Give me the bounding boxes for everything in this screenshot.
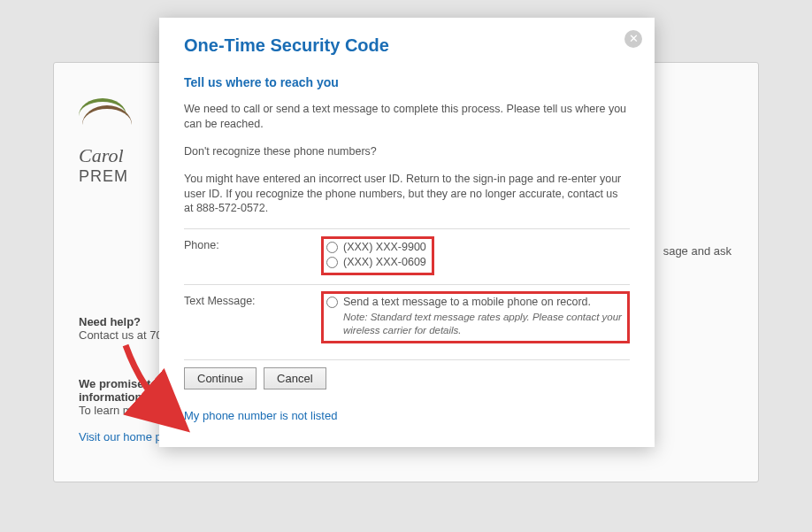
text-note: Note: Standard text message rates apply.… bbox=[343, 311, 622, 337]
partial-message-text: sage and ask bbox=[663, 244, 732, 258]
phone-option-0: (XXX) XXX-9900 bbox=[343, 241, 426, 253]
divider bbox=[184, 284, 630, 285]
logo-swoosh-icon bbox=[79, 98, 132, 123]
continue-button[interactable]: Continue bbox=[184, 367, 257, 389]
not-listed-link[interactable]: My phone number is not listed bbox=[184, 409, 337, 422]
unrecognized-text: Don't recognize these phone numbers? bbox=[184, 144, 630, 159]
phone-highlight-box: (XXX) XXX-9900 (XXX) XXX-0609 bbox=[321, 236, 434, 275]
text-highlight-box: Send a text message to a mobile phone on… bbox=[321, 291, 630, 343]
text-row: Text Message: Send a text message to a m… bbox=[184, 292, 630, 343]
phone-label: Phone: bbox=[184, 236, 321, 251]
close-icon[interactable]: ✕ bbox=[624, 30, 642, 48]
phone-radio-1[interactable] bbox=[326, 257, 338, 268]
privacy-line3: To learn more, ple bbox=[79, 404, 171, 417]
divider bbox=[184, 228, 630, 229]
phone-row: Phone: (XXX) XXX-9900 (XXX) XXX-0609 bbox=[184, 236, 630, 275]
security-code-modal: ✕ One-Time Security Code Tell us where t… bbox=[159, 18, 655, 447]
logo-text-1: Carol bbox=[79, 144, 132, 167]
modal-subtitle: Tell us where to reach you bbox=[184, 75, 630, 89]
logo-text-2: PREM bbox=[79, 167, 132, 186]
phone-option-1: (XXX) XXX-0609 bbox=[343, 256, 426, 268]
brand-logo: Carol PREM bbox=[79, 98, 132, 186]
text-label: Text Message: bbox=[184, 292, 321, 307]
advice-text: You might have entered an incorrect user… bbox=[184, 172, 630, 217]
phone-radio-0[interactable] bbox=[326, 242, 338, 253]
modal-intro-text: We need to call or send a text message t… bbox=[184, 102, 630, 132]
text-radio[interactable] bbox=[326, 297, 338, 308]
divider bbox=[184, 359, 630, 360]
modal-title: One-Time Security Code bbox=[184, 35, 630, 56]
help-heading: Need help? bbox=[79, 315, 141, 328]
cancel-button[interactable]: Cancel bbox=[264, 367, 326, 389]
text-option: Send a text message to a mobile phone on… bbox=[343, 296, 591, 308]
